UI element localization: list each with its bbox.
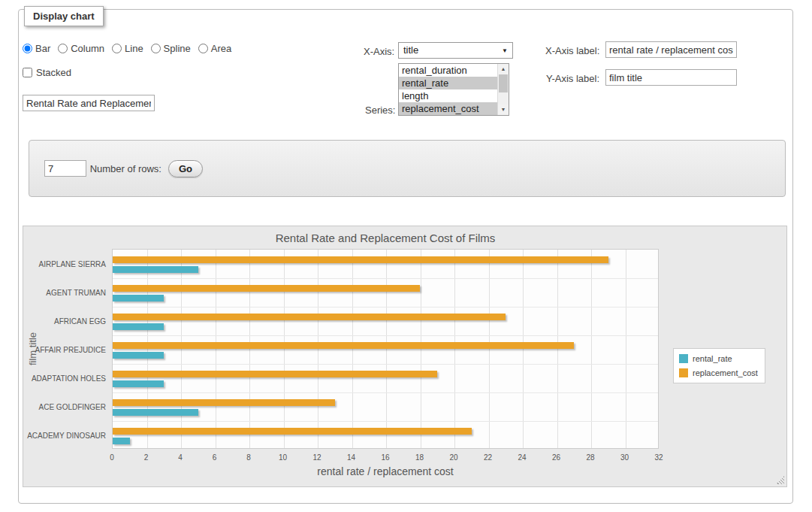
series-option-length[interactable]: length	[399, 89, 497, 102]
x-tick-label: 30	[616, 453, 634, 462]
legend-entry: replacement_cost	[679, 368, 758, 377]
v-gridline	[421, 250, 421, 448]
v-gridline	[523, 250, 524, 448]
legend-label: replacement_cost	[693, 368, 758, 377]
num-rows-label: Number of rows:	[90, 163, 161, 174]
category-label: ACE GOLDFINGER	[23, 403, 107, 411]
x-axis-select[interactable]: title ▼	[398, 42, 513, 59]
x-tick-label: 16	[376, 453, 394, 462]
series-option-rental_duration[interactable]: rental_duration	[399, 64, 497, 77]
bar-rental_rate	[113, 295, 164, 301]
bar-replacement_cost	[113, 371, 437, 377]
bar-replacement_cost	[113, 428, 472, 435]
x-tick-label: 26	[548, 453, 566, 462]
num-rows-input[interactable]	[44, 160, 86, 177]
v-gridline	[626, 250, 626, 448]
category-label: AFFAIR PREJUDICE	[23, 346, 107, 354]
chart-type-text: Area	[211, 43, 231, 54]
chart-type-text: Bar	[35, 43, 50, 54]
x-axis-select-label: X-Axis:	[364, 46, 394, 57]
x-tick-label: 6	[206, 453, 224, 462]
chart-type-text: Spline	[164, 43, 191, 54]
bar-replacement_cost	[113, 256, 608, 263]
chart-title: Rental Rate and Replacement Cost of Film…	[112, 232, 659, 244]
v-gridline	[181, 250, 182, 448]
x-tick-labels: 02468101214161820222426283032	[112, 453, 659, 462]
v-gridline	[386, 250, 387, 448]
chart-type-text: Line	[125, 43, 143, 54]
v-gridline	[557, 250, 558, 448]
h-gridline	[113, 392, 658, 393]
v-gridline	[591, 250, 592, 448]
v-gridline	[284, 250, 285, 448]
h-gridline	[113, 364, 658, 365]
bar-rental_rate	[113, 323, 164, 330]
x-axis-label-label: X-Axis label:	[545, 45, 599, 56]
chart-type-radios: BarColumnLineSplineArea	[23, 43, 231, 54]
legend-label: rental_rate	[693, 354, 732, 363]
legend-entry: rental_rate	[679, 354, 758, 363]
v-gridline	[216, 250, 216, 448]
dropdown-arrow-icon: ▼	[502, 44, 508, 59]
x-axis-label-input[interactable]	[605, 41, 737, 58]
category-label: ACADEMY DINOSAUR	[23, 432, 107, 440]
bar-rental_rate	[113, 352, 164, 359]
v-gridline	[318, 250, 318, 448]
chart-container: Rental Rate and Replacement Cost of Film…	[23, 226, 787, 487]
chart-type-radio-spline[interactable]	[151, 44, 161, 53]
legend-swatch	[679, 354, 688, 363]
y-axis-label-input[interactable]	[605, 69, 737, 86]
x-tick-label: 20	[445, 453, 463, 462]
x-axis-selected-value: title	[403, 44, 418, 56]
series-option-replacement_cost[interactable]: replacement_cost	[399, 102, 497, 115]
x-tick-label: 18	[411, 453, 429, 462]
chart-type-option-area[interactable]: Area	[198, 43, 231, 54]
scrollbar-thumb[interactable]	[499, 74, 508, 92]
chart-type-option-bar[interactable]: Bar	[23, 43, 50, 54]
series-option-rental_rate[interactable]: rental_rate	[399, 77, 497, 89]
stacked-checkbox[interactable]	[23, 68, 32, 77]
v-gridline	[147, 250, 148, 448]
x-tick-label: 28	[581, 453, 599, 462]
scroll-down-icon[interactable]: ▼	[498, 105, 509, 115]
stacked-label: Stacked	[36, 67, 71, 78]
chart-title-input[interactable]	[23, 95, 155, 111]
scroll-up-icon[interactable]: ▲	[498, 64, 509, 74]
category-label: AGENT TRUMAN	[23, 289, 107, 297]
resize-handle-icon[interactable]	[776, 476, 784, 484]
chart-type-option-line[interactable]: Line	[112, 43, 143, 54]
x-tick-label: 12	[308, 453, 326, 462]
v-gridline	[249, 250, 250, 448]
go-button[interactable]: Go	[168, 160, 203, 177]
h-gridline	[113, 335, 658, 336]
category-labels: AIRPLANE SIERRAAGENT TRUMANAFRICAN EGGAF…	[23, 249, 107, 449]
plot-area	[112, 249, 659, 449]
x-tick-label: 4	[171, 453, 189, 462]
y-axis-label-label: Y-Axis label:	[546, 73, 599, 84]
x-axis-title: rental rate / replacement cost	[112, 465, 659, 477]
chart-type-radio-column[interactable]	[58, 44, 68, 53]
series-listbox[interactable]: rental_durationrental_ratelengthreplacem…	[398, 63, 509, 116]
bar-replacement_cost	[113, 399, 335, 406]
v-gridline	[489, 250, 490, 448]
category-label: ADAPTATION HOLES	[23, 374, 107, 383]
stacked-option[interactable]: Stacked	[23, 67, 71, 78]
chart-type-option-column[interactable]: Column	[58, 43, 104, 54]
display-chart-page: Display chart BarColumnLineSplineArea St…	[0, 0, 812, 512]
x-tick-label: 24	[513, 453, 531, 462]
x-tick-label: 0	[103, 453, 121, 462]
chart-type-radio-line[interactable]	[112, 44, 122, 53]
h-gridline	[113, 278, 658, 279]
category-label: AFRICAN EGG	[23, 317, 107, 326]
chart-type-option-spline[interactable]: Spline	[151, 43, 191, 54]
chart-type-radio-area[interactable]	[198, 44, 208, 53]
legend-swatch	[679, 368, 688, 377]
category-label: AIRPLANE SIERRA	[23, 260, 107, 268]
bar-replacement_cost	[113, 285, 420, 292]
v-gridline	[454, 250, 455, 448]
x-tick-label: 2	[137, 453, 155, 462]
series-scrollbar[interactable]: ▲ ▼	[497, 64, 509, 115]
bar-replacement_cost	[113, 314, 506, 320]
chart-type-radio-bar[interactable]	[23, 44, 32, 53]
x-tick-label: 22	[479, 453, 497, 462]
